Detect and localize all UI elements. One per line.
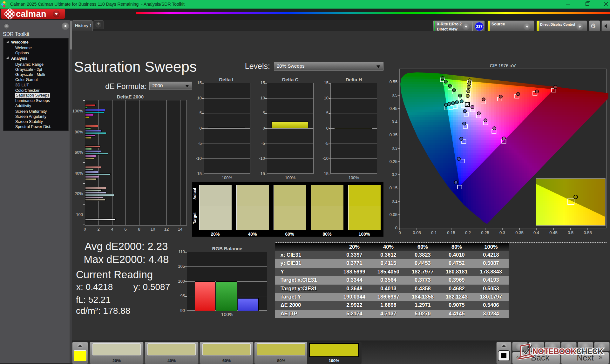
svg-text:0.05: 0.05 <box>413 230 421 235</box>
svg-text:0.55: 0.55 <box>584 230 592 235</box>
svg-text:0.2: 0.2 <box>465 230 471 235</box>
svg-text:0.35: 0.35 <box>390 132 397 137</box>
svg-text:CIE 1976 u'v': CIE 1976 u'v' <box>490 63 516 68</box>
svg-text:0.25: 0.25 <box>390 159 397 164</box>
svg-text:0.15: 0.15 <box>447 230 455 235</box>
svg-text:0.45: 0.45 <box>390 106 397 111</box>
svg-text:0.1: 0.1 <box>431 230 437 235</box>
svg-text:0.3: 0.3 <box>499 230 505 235</box>
svg-text:0.35: 0.35 <box>515 230 523 235</box>
svg-text:0.4: 0.4 <box>392 119 397 124</box>
svg-text:0.05: 0.05 <box>390 212 397 217</box>
svg-text:0.4: 0.4 <box>533 230 539 235</box>
svg-text:0.5: 0.5 <box>568 230 573 235</box>
svg-text:0.1: 0.1 <box>392 199 397 204</box>
svg-text:0: 0 <box>395 226 397 230</box>
svg-text:0.55: 0.55 <box>390 79 397 84</box>
svg-text:0.3: 0.3 <box>392 146 397 151</box>
svg-text:0.15: 0.15 <box>390 185 397 190</box>
svg-text:0: 0 <box>398 230 401 235</box>
svg-text:0.25: 0.25 <box>481 230 489 235</box>
svg-text:0.45: 0.45 <box>549 230 557 235</box>
svg-text:0.2: 0.2 <box>392 172 397 177</box>
svg-text:0.5: 0.5 <box>392 93 397 98</box>
